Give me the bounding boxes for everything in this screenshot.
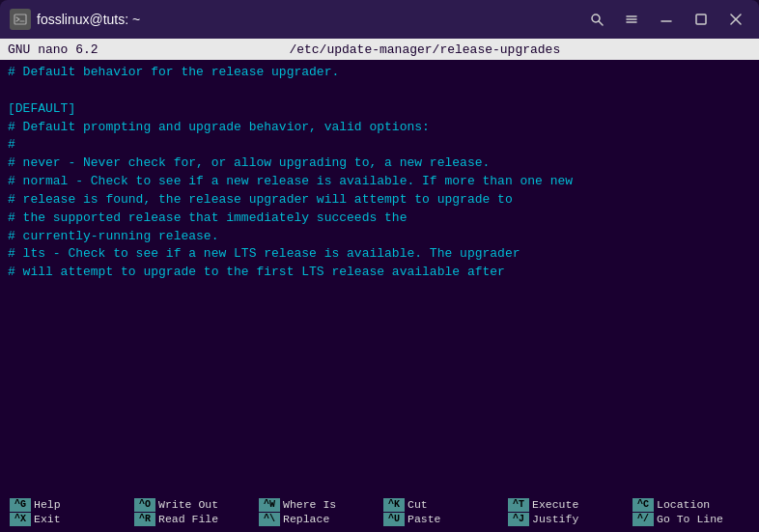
nano-shortcuts: ^G ^X Help Exit ^O ^R Write Out Read Fil…: [0, 492, 759, 532]
key-ctrl-g: ^G: [10, 498, 31, 512]
terminal-icon: [10, 9, 31, 30]
shortcut-label-execute: Execute Justify: [532, 498, 578, 526]
shortcut-keys-writeout: ^O ^R: [134, 498, 155, 526]
editor-line: # the supported release that immediately…: [8, 210, 751, 228]
editor-line: #: [8, 136, 751, 154]
shortcut-keys-help: ^G ^X: [10, 498, 31, 526]
shortcut-cut: ^K ^U Cut Paste: [380, 496, 504, 528]
key-ctrl-x: ^X: [10, 513, 31, 526]
shortcut-help: ^G ^X Help Exit: [6, 496, 130, 528]
editor-line: # currently-running release.: [8, 228, 751, 246]
nano-version: GNU nano 6.2: [8, 42, 98, 57]
shortcut-label-writeout: Write Out Read File: [158, 498, 218, 526]
editor-line: # Default behavior for the release upgra…: [8, 64, 751, 82]
editor-line: [DEFAULT]: [8, 100, 751, 119]
shortcut-keys-location: ^C ^/: [632, 498, 654, 526]
maximize-button[interactable]: [688, 6, 715, 33]
key-ctrl-w: ^W: [259, 498, 280, 512]
editor-line: [8, 82, 751, 100]
close-button[interactable]: [722, 6, 749, 33]
key-ctrl-k: ^K: [383, 498, 405, 512]
shortcut-writeout: ^O ^R Write Out Read File: [130, 496, 255, 528]
svg-rect-0: [14, 14, 26, 24]
shortcut-label-help: Help Exit: [34, 498, 61, 526]
minimize-button[interactable]: [653, 6, 680, 33]
nano-filename: /etc/update-manager/release-upgrades: [289, 42, 560, 57]
key-ctrl-u: ^U: [383, 513, 405, 526]
editor-line: # will attempt to upgrade to the first L…: [8, 264, 751, 280]
shortcut-label-cut: Cut Paste: [408, 498, 441, 526]
editor-content[interactable]: # Default behavior for the release upgra…: [0, 60, 759, 280]
title-bar-controls: [583, 6, 749, 33]
svg-rect-8: [696, 14, 706, 24]
search-button[interactable]: [583, 6, 610, 33]
key-ctrl-r: ^R: [134, 513, 155, 526]
key-ctrl-t: ^T: [508, 498, 529, 512]
editor-line: # lts - Check to see if a new LTS releas…: [8, 245, 751, 264]
editor-line: # never - Never check for, or allow upgr…: [8, 154, 751, 173]
window-title: fosslinux@tuts: ~: [37, 12, 140, 27]
key-ctrl-slash: ^/: [632, 513, 654, 526]
shortcut-location: ^C ^/ Location Go To Line: [629, 496, 753, 528]
editor-line: # normal - Check to see if a new release…: [8, 173, 751, 191]
shortcut-keys-whereis: ^W ^\: [259, 498, 280, 526]
svg-line-3: [599, 21, 603, 25]
editor-line: # Default prompting and upgrade behavior…: [8, 119, 751, 137]
shortcut-label-whereis: Where Is Replace: [283, 498, 336, 526]
nano-top-bar: GNU nano 6.2 /etc/update-manager/release…: [0, 39, 759, 60]
menu-button[interactable]: [618, 6, 645, 33]
title-bar-left: fosslinux@tuts: ~: [10, 9, 140, 30]
shortcut-execute: ^T ^J Execute Justify: [504, 496, 629, 528]
key-ctrl-o: ^O: [134, 498, 155, 512]
blank-editor-area: [0, 280, 759, 492]
key-ctrl-j: ^J: [508, 513, 529, 526]
shortcut-keys-cut: ^K ^U: [383, 498, 405, 526]
key-ctrl-c: ^C: [632, 498, 654, 512]
terminal: GNU nano 6.2 /etc/update-manager/release…: [0, 39, 759, 532]
key-ctrl-backslash: ^\: [259, 513, 280, 526]
shortcut-whereis: ^W ^\ Where Is Replace: [255, 496, 380, 528]
shortcut-label-location: Location Go To Line: [657, 498, 723, 526]
editor-line: # release is found, the release upgrader…: [8, 191, 751, 210]
shortcut-keys-execute: ^T ^J: [508, 498, 529, 526]
title-bar: fosslinux@tuts: ~: [0, 0, 759, 39]
